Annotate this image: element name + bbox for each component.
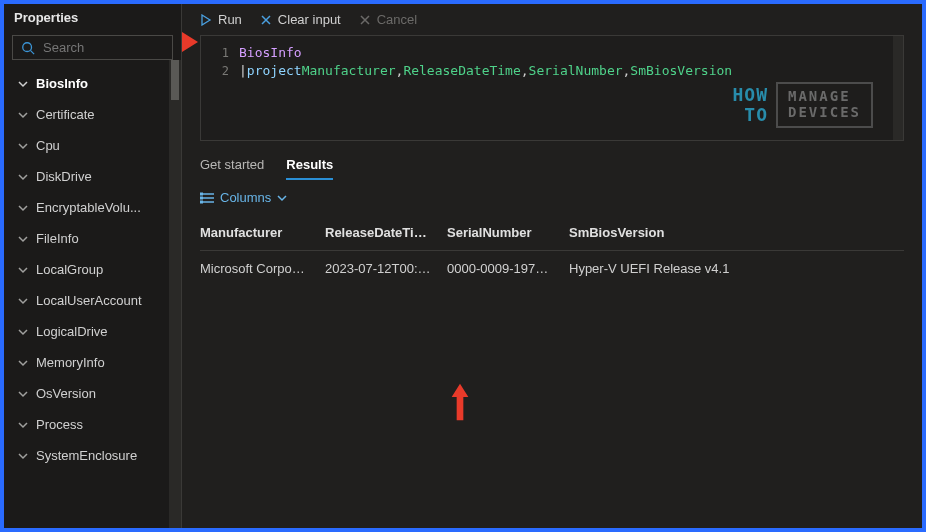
sidebar-item-label: LogicalDrive xyxy=(36,324,108,339)
editor-token-sep: , xyxy=(521,62,529,80)
watermark: HOW TO MANAGE DEVICES xyxy=(732,82,873,128)
sidebar-item-memoryinfo[interactable]: MemoryInfo xyxy=(4,347,177,378)
table-cell: 2023-07-12T00:00:... xyxy=(325,261,447,276)
chevron-down-icon xyxy=(18,265,28,275)
run-button[interactable]: Run xyxy=(200,12,242,27)
sidebar-item-label: OsVersion xyxy=(36,386,96,401)
sidebar-item-logicaldrive[interactable]: LogicalDrive xyxy=(4,316,177,347)
annotation-arrow-up-icon xyxy=(436,382,484,422)
watermark-howto: HOW TO xyxy=(732,86,768,124)
main-panel: Run Clear input Cancel 1 BiosInfo 2 | pr… xyxy=(182,4,922,528)
table-cell: 0000-0009-1979-4... xyxy=(447,261,569,276)
play-icon xyxy=(200,14,212,26)
sidebar-item-localuseraccount[interactable]: LocalUserAccount xyxy=(4,285,177,316)
editor-token-keyword: project xyxy=(247,62,302,80)
editor-token-table: BiosInfo xyxy=(239,44,302,62)
editor-token-field: SmBiosVersion xyxy=(630,62,732,80)
tab-get-started[interactable]: Get started xyxy=(200,157,264,180)
chevron-down-icon xyxy=(18,141,28,151)
annotation-arrow-right-icon xyxy=(152,22,200,62)
chevron-down-icon xyxy=(18,296,28,306)
editor-scrollbar[interactable] xyxy=(893,36,903,140)
table-header-row: Manufacturer ReleaseDateTime SerialNumbe… xyxy=(200,215,904,251)
table-row[interactable]: Microsoft Corporat... 2023-07-12T00:00:.… xyxy=(200,251,904,286)
sidebar-item-fileinfo[interactable]: FileInfo xyxy=(4,223,177,254)
chevron-down-icon xyxy=(18,420,28,430)
close-icon xyxy=(260,14,272,26)
sidebar-item-process[interactable]: Process xyxy=(4,409,177,440)
watermark-text: TO xyxy=(732,106,768,124)
tab-results[interactable]: Results xyxy=(286,157,333,180)
chevron-down-icon xyxy=(18,79,28,89)
results-table: Manufacturer ReleaseDateTime SerialNumbe… xyxy=(200,215,904,286)
search-input[interactable] xyxy=(43,40,164,55)
scrollbar-thumb[interactable] xyxy=(171,60,179,100)
search-box[interactable] xyxy=(12,35,173,60)
chevron-down-icon xyxy=(18,358,28,368)
chevron-down-icon xyxy=(18,451,28,461)
editor-line-1: 1 BiosInfo xyxy=(201,44,903,62)
columns-label: Columns xyxy=(220,190,271,205)
sidebar-scrollbar[interactable] xyxy=(169,60,181,528)
sidebar-item-label: DiskDrive xyxy=(36,169,92,184)
columns-icon xyxy=(200,192,214,204)
toolbar: Run Clear input Cancel xyxy=(182,4,922,35)
chevron-down-icon xyxy=(18,203,28,213)
line-number: 1 xyxy=(211,44,229,62)
svg-rect-6 xyxy=(200,196,203,199)
result-tabs: Get started Results xyxy=(182,153,922,180)
close-icon xyxy=(359,14,371,26)
sidebar-item-label: Process xyxy=(36,417,83,432)
chevron-down-icon xyxy=(18,172,28,182)
sidebar-item-label: LocalUserAccount xyxy=(36,293,142,308)
watermark-text: DEVICES xyxy=(788,104,861,120)
sidebar-item-label: EncryptableVolu... xyxy=(36,200,141,215)
chevron-down-icon xyxy=(18,327,28,337)
watermark-text: HOW xyxy=(732,84,768,105)
watermark-text: MANAGE xyxy=(788,88,861,104)
table-header-manufacturer[interactable]: Manufacturer xyxy=(200,225,325,240)
editor-token-sep: , xyxy=(396,62,404,80)
sidebar-item-biosinfo[interactable]: BiosInfo xyxy=(4,68,177,99)
table-header-releasedatetime[interactable]: ReleaseDateTime xyxy=(325,225,447,240)
sidebar-item-localgroup[interactable]: LocalGroup xyxy=(4,254,177,285)
sidebar-item-osversion[interactable]: OsVersion xyxy=(4,378,177,409)
sidebar-item-label: FileInfo xyxy=(36,231,79,246)
table-header-smbiosversion[interactable]: SmBiosVersion xyxy=(569,225,904,240)
editor-token-field: Manufacturer xyxy=(302,62,396,80)
run-label: Run xyxy=(218,12,242,27)
sidebar-item-certificate[interactable]: Certificate xyxy=(4,99,177,130)
search-icon xyxy=(21,41,35,55)
sidebar-item-label: Certificate xyxy=(36,107,95,122)
table-cell: Hyper-V UEFI Release v4.1 xyxy=(569,261,904,276)
sidebar-item-label: LocalGroup xyxy=(36,262,103,277)
editor-token-sep: , xyxy=(623,62,631,80)
chevron-down-icon xyxy=(18,389,28,399)
sidebar-item-cpu[interactable]: Cpu xyxy=(4,130,177,161)
table-header-serialnumber[interactable]: SerialNumber xyxy=(447,225,569,240)
properties-tree: BiosInfo Certificate Cpu DiskDrive Encry… xyxy=(4,68,181,528)
cancel-button: Cancel xyxy=(359,12,417,27)
table-cell: Microsoft Corporat... xyxy=(200,261,325,276)
chevron-down-icon xyxy=(18,234,28,244)
sidebar-item-label: SystemEnclosure xyxy=(36,448,137,463)
svg-rect-5 xyxy=(200,192,203,195)
sidebar-item-label: Cpu xyxy=(36,138,60,153)
line-number: 2 xyxy=(211,62,229,80)
svg-line-1 xyxy=(31,50,35,54)
sidebar-item-encryptablevolume[interactable]: EncryptableVolu... xyxy=(4,192,177,223)
chevron-down-icon xyxy=(277,193,287,203)
svg-rect-7 xyxy=(200,200,203,203)
editor-token-field: SerialNumber xyxy=(529,62,623,80)
sidebar-item-diskdrive[interactable]: DiskDrive xyxy=(4,161,177,192)
clear-label: Clear input xyxy=(278,12,341,27)
columns-button[interactable]: Columns xyxy=(182,180,922,215)
editor-token-pipe: | xyxy=(239,62,247,80)
editor-token-field: ReleaseDateTime xyxy=(403,62,520,80)
sidebar-item-label: MemoryInfo xyxy=(36,355,105,370)
chevron-down-icon xyxy=(18,110,28,120)
sidebar-item-systemenclosure[interactable]: SystemEnclosure xyxy=(4,440,177,471)
clear-input-button[interactable]: Clear input xyxy=(260,12,341,27)
query-editor[interactable]: 1 BiosInfo 2 | project Manufacturer , Re… xyxy=(200,35,904,141)
cancel-label: Cancel xyxy=(377,12,417,27)
